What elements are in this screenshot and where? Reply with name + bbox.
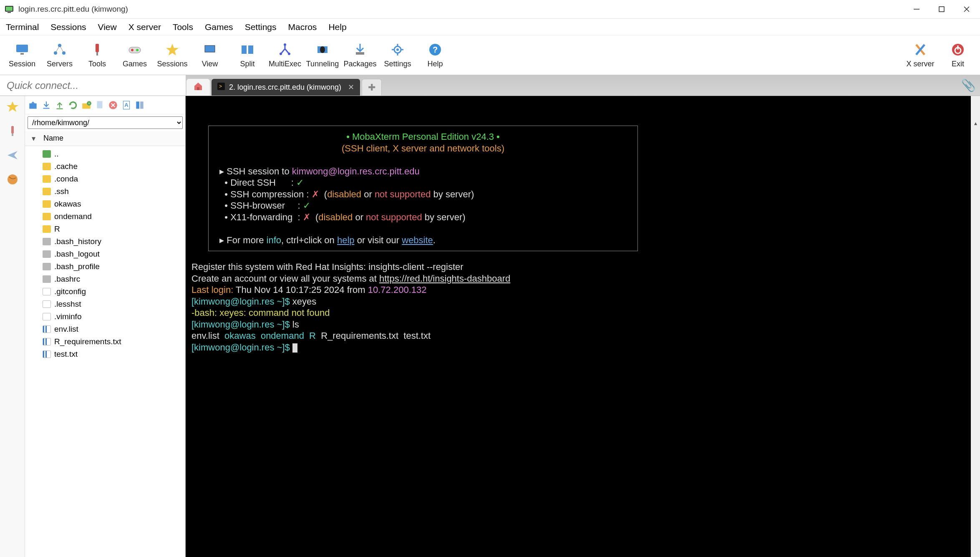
menu-view[interactable]: View: [98, 22, 117, 32]
sftp-row-name: .bash_logout: [54, 250, 100, 259]
quick-connect-input[interactable]: [7, 80, 179, 91]
cross-icon: ✗: [312, 189, 319, 199]
new-file-icon[interactable]: [94, 100, 105, 111]
tool-tunneling[interactable]: Tunneling: [304, 42, 341, 68]
sftp-row[interactable]: .lesshst: [25, 298, 185, 310]
go-up-icon[interactable]: [28, 100, 38, 111]
svg-line-13: [60, 45, 64, 53]
tool-multiexec[interactable]: MultiExec: [266, 42, 304, 68]
menu-tools[interactable]: Tools: [173, 22, 193, 32]
sftp-row[interactable]: ..: [25, 148, 185, 160]
refresh-icon[interactable]: [68, 100, 78, 111]
menu-help[interactable]: Help: [328, 22, 346, 32]
file-icon: [43, 338, 51, 345]
sftp-row[interactable]: .bashrc: [25, 273, 185, 285]
svg-point-17: [131, 49, 134, 51]
menu-xserver[interactable]: X server: [128, 22, 161, 32]
menu-sessions[interactable]: Sessions: [50, 22, 86, 32]
send-icon[interactable]: [6, 149, 19, 162]
menu-settings[interactable]: Settings: [245, 22, 277, 32]
check-icon: ✓: [303, 200, 310, 211]
svg-point-26: [288, 53, 290, 55]
website-link[interactable]: website: [402, 235, 433, 245]
tool-label: Sessions: [157, 60, 187, 68]
tool-tools[interactable]: Tools: [78, 42, 116, 68]
star-icon[interactable]: [6, 100, 19, 113]
close-button[interactable]: [962, 5, 971, 13]
svg-rect-29: [356, 52, 364, 55]
chevron-down-icon[interactable]: ▾: [32, 134, 35, 143]
svg-line-12: [55, 45, 60, 53]
tool-exit[interactable]: Exit: [939, 42, 977, 68]
new-folder-icon[interactable]: +: [81, 100, 92, 111]
svg-point-49: [8, 174, 18, 184]
sftp-row-name: test.txt: [54, 350, 78, 359]
file-icon: [43, 288, 51, 295]
globe-icon[interactable]: [6, 173, 19, 186]
help-link[interactable]: help: [337, 235, 355, 245]
tool-view[interactable]: View: [191, 42, 229, 68]
split-icon: [240, 42, 255, 57]
svg-point-18: [136, 49, 139, 51]
tab-home[interactable]: [186, 79, 210, 96]
sftp-row[interactable]: .viminfo: [25, 310, 185, 323]
minimize-button[interactable]: [912, 5, 921, 13]
last-login-label: Last login:: [191, 285, 233, 295]
tools-icon[interactable]: [6, 124, 19, 138]
banner-subtitle: (SSH client, X server and network tools): [342, 143, 504, 154]
sftp-row[interactable]: R_requirements.txt: [25, 335, 185, 348]
sftp-row[interactable]: .cache: [25, 160, 185, 173]
sftp-row[interactable]: R: [25, 223, 185, 235]
tool-xserver[interactable]: X server: [902, 42, 939, 68]
file-icon: [43, 263, 51, 270]
tool-games[interactable]: Games: [116, 42, 154, 68]
knife-icon: [90, 42, 105, 57]
tool-packages[interactable]: Packages: [341, 42, 379, 68]
sftp-row[interactable]: .bash_history: [25, 235, 185, 248]
menu-terminal[interactable]: Terminal: [6, 22, 39, 32]
sftp-row[interactable]: .bash_profile: [25, 260, 185, 273]
tool-settings[interactable]: Settings: [379, 42, 416, 68]
properties-icon[interactable]: A: [121, 100, 132, 111]
tab-new[interactable]: ✚: [362, 79, 382, 96]
tool-servers[interactable]: Servers: [41, 42, 78, 68]
menu-macros[interactable]: Macros: [288, 22, 317, 32]
terminal-scrollbar[interactable]: ▴: [971, 96, 980, 557]
register-line-1: Register this system with Red Hat Insigh…: [191, 262, 464, 272]
sftp-row-name: ondemand: [54, 212, 92, 221]
power-icon: [950, 42, 965, 57]
svg-rect-47: [11, 126, 14, 134]
sftp-column-header[interactable]: ▾ Name: [25, 131, 185, 146]
sftp-row[interactable]: test.txt: [25, 348, 185, 360]
sftp-row-name: R: [54, 224, 60, 234]
scroll-up-icon[interactable]: ▴: [971, 119, 980, 128]
menu-games[interactable]: Games: [205, 22, 233, 32]
tool-session[interactable]: Session: [3, 42, 41, 68]
paperclip-icon[interactable]: 📎: [961, 78, 976, 92]
toggle-pane-icon[interactable]: [134, 100, 145, 111]
insights-link[interactable]: https://red.ht/insights-dashboard: [379, 273, 510, 284]
close-icon[interactable]: ✕: [348, 83, 354, 92]
view-icon: [202, 42, 217, 57]
svg-rect-48: [12, 134, 13, 136]
sftp-row[interactable]: .bash_logout: [25, 248, 185, 260]
sftp-row[interactable]: okawas: [25, 198, 185, 210]
quick-connect-box[interactable]: [0, 75, 186, 96]
tool-split[interactable]: Split: [229, 42, 266, 68]
terminal[interactable]: • MobaXterm Personal Edition v24.3 • (SS…: [186, 96, 980, 557]
maximize-button[interactable]: [937, 5, 946, 13]
tool-help[interactable]: ?Help: [416, 42, 454, 68]
tool-label: Split: [240, 60, 254, 68]
sftp-path-select[interactable]: /rhome/kimwong/: [28, 116, 183, 129]
sftp-row[interactable]: ondemand: [25, 210, 185, 223]
sftp-row[interactable]: .conda: [25, 173, 185, 185]
sftp-row[interactable]: .gitconfig: [25, 285, 185, 298]
tab-session[interactable]: > 2. login.res.crc.pitt.edu (kimwong) ✕: [212, 79, 360, 96]
upload-icon[interactable]: [54, 100, 65, 111]
file-icon: [43, 350, 51, 358]
sftp-row[interactable]: .ssh: [25, 185, 185, 198]
delete-icon[interactable]: [108, 100, 118, 111]
sftp-row[interactable]: env.list: [25, 323, 185, 335]
tool-sessions[interactable]: Sessions: [154, 42, 191, 68]
download-icon[interactable]: [41, 100, 52, 111]
